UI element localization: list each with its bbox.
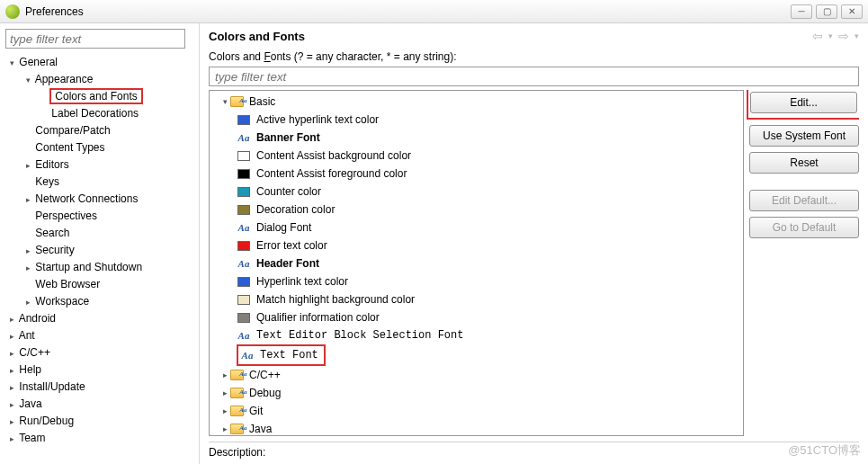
- tree-item-workspace[interactable]: ▸ Workspace: [4, 293, 195, 310]
- go-to-default-button[interactable]: Go to Default: [749, 217, 859, 238]
- font-list[interactable]: ▾BasicActive hyperlink text colorAaBanne…: [209, 90, 744, 436]
- edit-default-button[interactable]: Edit Default...: [749, 190, 859, 211]
- right-filter-input[interactable]: [209, 67, 859, 86]
- right-pane: Colors and Fonts ⇦ ▾ ⇨ ▾ Colors and Font…: [200, 23, 868, 464]
- color-swatch: [237, 277, 250, 287]
- tree-item-security[interactable]: ▸ Security: [4, 242, 195, 259]
- twisty-icon[interactable]: ▾: [23, 72, 32, 88]
- twisty-icon[interactable]: ▸: [23, 243, 32, 259]
- use-system-font-button[interactable]: Use System Font: [749, 125, 859, 147]
- nav-forward-icon[interactable]: ⇨: [838, 29, 849, 43]
- mid-row: ▾BasicActive hyperlink text colorAaBanne…: [209, 90, 859, 436]
- left-filter-input[interactable]: [5, 29, 185, 49]
- item-label: Basic: [249, 93, 275, 111]
- tree-item-perspectives[interactable]: ▸ Perspectives: [4, 208, 195, 225]
- font-item-error[interactable]: Error text color: [210, 236, 743, 254]
- item-label: Match highlight background color: [256, 290, 415, 308]
- nav-back-icon[interactable]: ⇦: [812, 29, 823, 43]
- tree-item-rundebug[interactable]: ▸ Run/Debug: [4, 413, 195, 430]
- tree-item-help[interactable]: ▸ Help: [4, 361, 195, 379]
- tree-item-compare[interactable]: ▸ Compare/Patch: [4, 122, 195, 139]
- font-item-match-bg[interactable]: Match highlight background color: [210, 290, 743, 308]
- tree-item-startup[interactable]: ▸ Startup and Shutdown: [4, 259, 195, 276]
- font-item-qualifier[interactable]: Qualifier information color: [210, 308, 743, 326]
- tree-item-keys[interactable]: ▸ Keys: [4, 174, 195, 191]
- item-label: Content Assist foreground color: [256, 165, 407, 183]
- font-item-text-font[interactable]: AaText Font: [210, 344, 743, 366]
- window-buttons: ─ ▢ ✕: [791, 4, 863, 19]
- reset-button[interactable]: Reset: [749, 152, 859, 174]
- edit-button[interactable]: Edit...: [750, 92, 857, 113]
- tree-item-cpp[interactable]: ▸ C/C++: [4, 344, 195, 361]
- folder-icon: [230, 406, 244, 416]
- tree-item-label-decorations[interactable]: ▸ Label Decorations: [4, 105, 195, 122]
- font-item-g-debug[interactable]: ▸Debug: [210, 384, 743, 402]
- twisty-icon[interactable]: ▸: [7, 345, 16, 361]
- item-label: Git: [249, 402, 263, 420]
- twisty-icon[interactable]: ▸: [220, 366, 229, 384]
- tree-item-network[interactable]: ▸ Network Connections: [4, 191, 195, 208]
- font-item-g-java[interactable]: ▸Java: [210, 420, 743, 436]
- font-icon: Aa: [238, 219, 250, 236]
- tree-label: Team: [19, 432, 45, 444]
- font-item-header-font[interactable]: AaHeader Font: [210, 254, 743, 272]
- maximize-button[interactable]: ▢: [816, 4, 837, 19]
- font-icon: Aa: [238, 326, 250, 344]
- twisty-icon[interactable]: ▸: [7, 431, 16, 447]
- twisty-icon[interactable]: ▸: [7, 311, 16, 327]
- twisty-icon[interactable]: ▸: [7, 397, 16, 413]
- nav-forward-menu[interactable]: ▾: [855, 31, 859, 40]
- font-item-dialog-font[interactable]: AaDialog Font: [210, 219, 743, 236]
- tree-item-editors[interactable]: ▸ Editors: [4, 156, 195, 174]
- folder-icon: [230, 424, 244, 434]
- twisty-icon[interactable]: ▸: [220, 384, 229, 402]
- right-header: Colors and Fonts ⇦ ▾ ⇨ ▾: [209, 29, 859, 43]
- color-swatch: [237, 241, 250, 251]
- font-item-ca-fg[interactable]: Content Assist foreground color: [210, 165, 743, 183]
- twisty-icon[interactable]: ▸: [23, 260, 32, 276]
- font-item-decoration[interactable]: Decoration color: [210, 201, 743, 219]
- tree-item-java[interactable]: ▸ Java: [4, 396, 195, 413]
- font-icon: Aa: [238, 254, 250, 272]
- close-button[interactable]: ✕: [841, 4, 863, 19]
- tree-label: Keys: [35, 175, 59, 188]
- tree-label: Search: [35, 227, 69, 239]
- tree-item-colors-fonts[interactable]: ▸ Colors and Fonts: [4, 88, 195, 105]
- font-item-basic[interactable]: ▾Basic: [210, 93, 743, 111]
- minimize-button[interactable]: ─: [791, 4, 812, 19]
- font-item-ca-bg[interactable]: Content Assist background color: [210, 147, 743, 165]
- twisty-icon[interactable]: ▸: [7, 379, 16, 396]
- twisty-icon[interactable]: ▾: [220, 93, 229, 111]
- tree-item-content-types[interactable]: ▸ Content Types: [4, 139, 195, 156]
- color-swatch: [237, 295, 250, 305]
- tree-item-ant[interactable]: ▸ Ant: [4, 327, 195, 344]
- twisty-icon[interactable]: ▸: [23, 294, 32, 310]
- folder-icon: [230, 388, 244, 398]
- twisty-icon[interactable]: ▸: [23, 192, 32, 208]
- font-item-banner-font[interactable]: AaBanner Font: [210, 129, 743, 147]
- twisty-icon[interactable]: ▸: [220, 420, 229, 436]
- tree-item-team[interactable]: ▸ Team: [4, 430, 195, 447]
- tree-item-search[interactable]: ▸ Search: [4, 225, 195, 242]
- twisty-icon[interactable]: ▸: [220, 402, 229, 420]
- item-label: Error text color: [256, 236, 327, 254]
- tree-item-web-browser[interactable]: ▸ Web Browser: [4, 276, 195, 293]
- twisty-icon[interactable]: ▸: [7, 414, 16, 430]
- font-item-hyperlink[interactable]: Hyperlink text color: [210, 272, 743, 290]
- tree-item-android[interactable]: ▸ Android: [4, 310, 195, 327]
- tree-item-general[interactable]: ▾ General: [4, 54, 195, 71]
- font-item-active-hyperlink[interactable]: Active hyperlink text color: [210, 111, 743, 129]
- font-item-block-font[interactable]: AaText Editor Block Selection Font: [210, 326, 743, 344]
- twisty-icon[interactable]: ▸: [23, 157, 32, 174]
- twisty-icon[interactable]: ▸: [7, 362, 16, 379]
- nav-back-menu[interactable]: ▾: [828, 31, 833, 40]
- tree-item-appearance[interactable]: ▾ Appearance: [4, 71, 195, 88]
- twisty-icon[interactable]: ▾: [7, 55, 16, 71]
- font-item-g-git[interactable]: ▸Git: [210, 402, 743, 420]
- font-item-g-cpp[interactable]: ▸C/C++: [210, 366, 743, 384]
- twisty-icon[interactable]: ▸: [7, 328, 16, 344]
- tree-label: Appearance: [35, 73, 94, 85]
- tree-label: Perspectives: [35, 210, 97, 222]
- tree-item-install[interactable]: ▸ Install/Update: [4, 379, 195, 396]
- font-item-counter[interactable]: Counter color: [210, 183, 743, 201]
